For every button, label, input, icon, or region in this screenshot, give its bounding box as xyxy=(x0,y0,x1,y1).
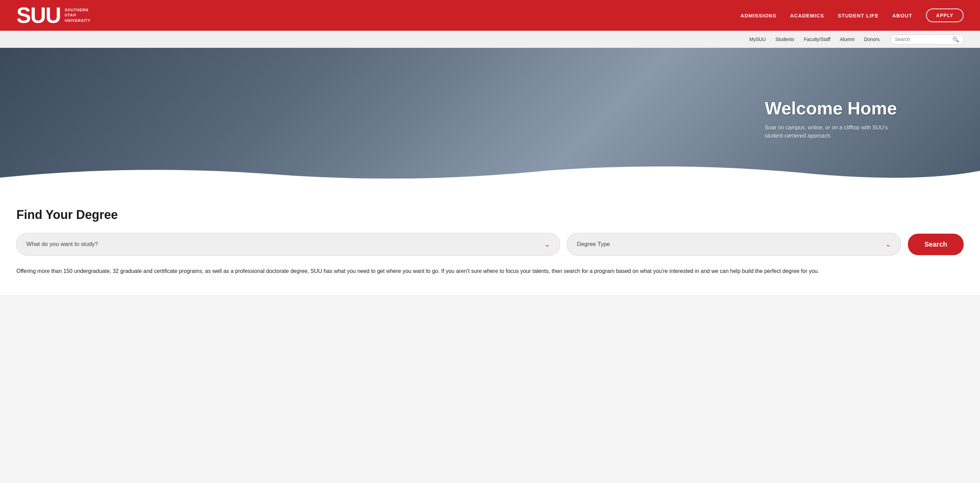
hero-text-block: Welcome Home Soar on campus, online, or … xyxy=(765,99,902,140)
secondary-nav: MySUU Students Faculty/Staff Alumni Dono… xyxy=(0,31,980,48)
secondary-nav-links: MySUU Students Faculty/Staff Alumni Dono… xyxy=(749,37,880,42)
logo-full-name: SOUTHERNUTAHUNIVERSITY xyxy=(65,8,91,23)
top-nav: SUU SOUTHERNUTAHUNIVERSITY ADMISSIONS AC… xyxy=(0,0,980,31)
study-subject-chevron-icon: ⌄ xyxy=(544,240,550,248)
degree-type-dropdown[interactable]: Degree Type ⌄ xyxy=(567,233,901,256)
site-logo[interactable]: SUU SOUTHERNUTAHUNIVERSITY xyxy=(16,5,91,26)
header-search-button[interactable]: 🔍 xyxy=(952,36,959,43)
degree-type-label: Degree Type xyxy=(577,241,610,248)
header-search: 🔍 xyxy=(891,35,964,44)
find-degree-title: Find Your Degree xyxy=(16,208,964,222)
nav-about[interactable]: ABOUT xyxy=(892,13,912,19)
main-nav-links: ADMISSIONS ACADEMICS STUDENT LIFE ABOUT … xyxy=(740,8,964,22)
nav-student-life[interactable]: STUDENT LIFE xyxy=(838,13,879,19)
nav-alumni[interactable]: Alumni xyxy=(840,37,854,42)
header-search-input[interactable] xyxy=(895,37,950,42)
logo-suu-letters: SUU xyxy=(16,5,60,26)
nav-apply-button[interactable]: APPLY xyxy=(926,8,964,22)
degree-search-button[interactable]: Search xyxy=(908,234,964,255)
study-subject-dropdown[interactable]: What do you want to study? ⌄ xyxy=(16,233,560,256)
degree-type-chevron-icon: ⌄ xyxy=(885,240,891,248)
nav-students[interactable]: Students xyxy=(775,37,794,42)
nav-mysuu[interactable]: MySUU xyxy=(749,37,766,42)
nav-donors[interactable]: Donors xyxy=(864,37,880,42)
hero-wave xyxy=(0,164,980,191)
find-degree-description: Offering more than 150 undergraduate, 32… xyxy=(16,267,964,276)
hero-subtitle: Soar on campus, online, or on a clifftop… xyxy=(765,124,902,140)
hero-section: Welcome Home Soar on campus, online, or … xyxy=(0,48,980,191)
nav-faculty-staff[interactable]: Faculty/Staff xyxy=(804,37,830,42)
hero-title: Welcome Home xyxy=(765,99,902,118)
nav-admissions[interactable]: ADMISSIONS xyxy=(740,13,776,19)
study-subject-label: What do you want to study? xyxy=(26,241,98,248)
find-degree-section: Find Your Degree What do you want to stu… xyxy=(0,191,980,295)
nav-academics[interactable]: ACADEMICS xyxy=(790,13,824,19)
degree-search-row: What do you want to study? ⌄ Degree Type… xyxy=(16,233,964,256)
